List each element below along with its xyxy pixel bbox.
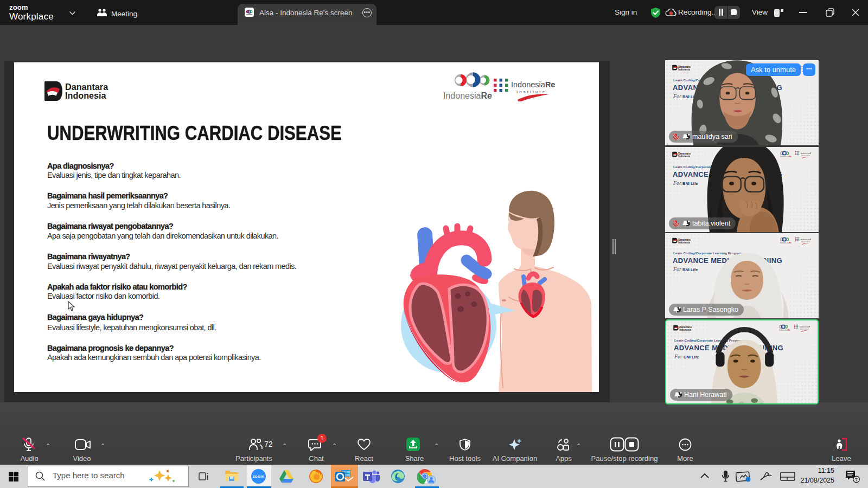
svg-text:Institute: Institute: [516, 89, 546, 94]
svg-text:IndonesiaRe: IndonesiaRe: [443, 91, 492, 100]
svg-text:Indonesia: Indonesia: [65, 91, 107, 100]
svg-text:Danantara: Danantara: [65, 82, 108, 92]
svg-text:IndonesiaRe: IndonesiaRe: [511, 80, 555, 89]
svg-text:7: 7: [855, 477, 858, 483]
